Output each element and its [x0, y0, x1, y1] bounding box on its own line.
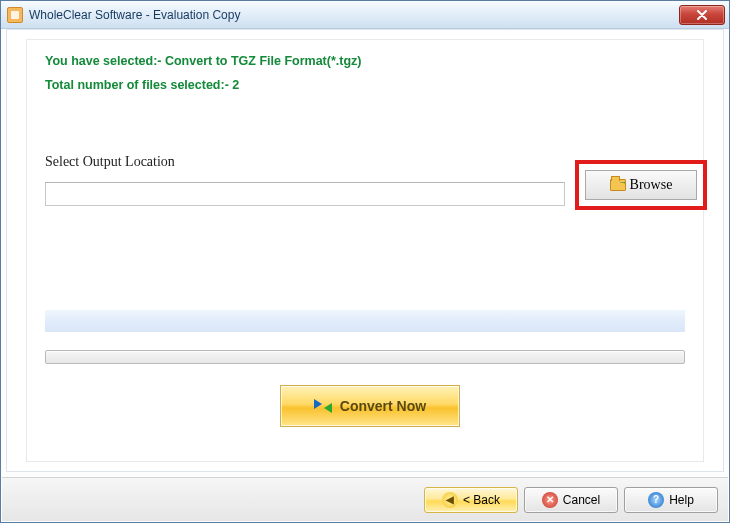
back-icon: ◀ — [442, 492, 458, 508]
back-button[interactable]: ◀ < Back — [424, 487, 518, 513]
file-count-text: Total number of files selected:- 2 — [45, 78, 685, 92]
help-button-label: Help — [669, 493, 694, 507]
titlebar: WholeClear Software - Evaluation Copy — [1, 1, 729, 29]
back-button-label: < Back — [463, 493, 500, 507]
app-window: WholeClear Software - Evaluation Copy Yo… — [0, 0, 730, 523]
help-icon: ? — [648, 492, 664, 508]
main-panel: You have selected:- Convert to TGZ File … — [26, 39, 704, 462]
cancel-icon: ✕ — [542, 492, 558, 508]
browse-button-label: Browse — [630, 177, 673, 193]
info-strip — [45, 310, 685, 332]
folder-icon — [610, 179, 626, 191]
selected-format-text: You have selected:- Convert to TGZ File … — [45, 54, 685, 68]
close-icon — [697, 10, 707, 20]
footer-bar: ◀ < Back ✕ Cancel ? Help — [2, 477, 728, 521]
window-title: WholeClear Software - Evaluation Copy — [29, 8, 679, 22]
close-button[interactable] — [679, 5, 725, 25]
cancel-button-label: Cancel — [563, 493, 600, 507]
convert-icon — [314, 397, 332, 415]
convert-button[interactable]: Convert Now — [280, 385, 460, 427]
progress-bar — [45, 350, 685, 364]
help-button[interactable]: ? Help — [624, 487, 718, 513]
client-area: You have selected:- Convert to TGZ File … — [6, 29, 724, 472]
output-location-input[interactable] — [45, 182, 565, 206]
browse-highlight: Browse — [575, 160, 707, 210]
cancel-button[interactable]: ✕ Cancel — [524, 487, 618, 513]
output-row: Browse — [45, 174, 685, 226]
browse-button[interactable]: Browse — [585, 170, 697, 200]
app-icon — [7, 7, 23, 23]
convert-button-label: Convert Now — [340, 398, 426, 414]
